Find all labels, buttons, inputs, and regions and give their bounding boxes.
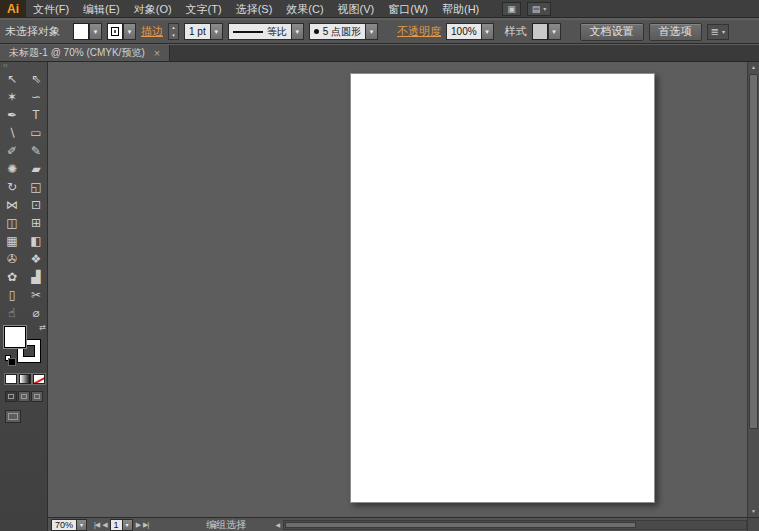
menu-type[interactable]: 文字(T) — [179, 0, 229, 18]
last-artboard-button[interactable]: ▶| — [143, 519, 148, 531]
width-profile-dropdown[interactable]: 等比 ▾ — [228, 23, 304, 40]
free-transform-tool[interactable]: ⊡ — [24, 196, 48, 214]
brush-definition-dropdown[interactable]: 5 点圆形 ▾ — [309, 23, 378, 40]
menu-file[interactable]: 文件(F) — [26, 0, 76, 18]
eyedropper-tool[interactable]: ✇ — [0, 250, 24, 268]
artboard-tool[interactable]: ▯ — [0, 286, 24, 304]
document-setup-button[interactable]: 文档设置 — [580, 23, 644, 41]
previous-artboard-button[interactable]: ◀ — [102, 519, 106, 531]
menubar-right-icons: ▣ ▤ ▾ — [502, 2, 551, 16]
pen-tool[interactable]: ✒ — [0, 106, 24, 124]
draw-behind-button[interactable] — [18, 391, 30, 402]
scale-tool[interactable]: ◱ — [24, 178, 48, 196]
rotate-tool[interactable]: ↻ — [0, 178, 24, 196]
blend-tool[interactable]: ❖ — [24, 250, 48, 268]
shape-builder-tool[interactable]: ◫ — [0, 214, 24, 232]
magic-wand-tool[interactable]: ✶ — [0, 88, 24, 106]
swap-fill-stroke-icon[interactable]: ⇄ — [39, 323, 46, 332]
eraser-tool[interactable]: ▰ — [24, 160, 48, 178]
gradient-button[interactable] — [19, 374, 31, 384]
stroke-panel-link[interactable]: 描边 — [141, 24, 163, 39]
arrange-documents-icon[interactable]: ▣ — [502, 2, 521, 16]
none-button[interactable] — [33, 374, 45, 384]
fill-stroke-control: ⇄ — [4, 326, 44, 366]
chevron-down-icon[interactable]: ▾ — [210, 23, 223, 40]
chevron-down-icon[interactable]: ▾ — [548, 23, 561, 40]
stroke-width-stepper[interactable]: ▴ ▾ — [168, 23, 179, 40]
document-tab[interactable]: 未标题-1 @ 70% (CMYK/预览) × — [0, 45, 170, 61]
zoom-level-dropdown[interactable]: 70% ▾ — [51, 519, 87, 531]
lasso-tool[interactable]: ∽ — [24, 88, 48, 106]
stepper-down-icon[interactable]: ▾ — [169, 32, 178, 40]
column-graph-tool[interactable]: ▟ — [24, 268, 48, 286]
perspective-grid-tool[interactable]: ⊞ — [24, 214, 48, 232]
chevron-down-icon: ▾ — [543, 5, 546, 12]
hand-tool[interactable]: ☝ — [0, 304, 24, 322]
opacity-dropdown[interactable]: 100% ▾ — [446, 23, 494, 40]
chevron-down-icon[interactable]: ▾ — [122, 519, 133, 531]
draw-normal-button[interactable] — [5, 391, 17, 402]
draw-inside-button[interactable] — [31, 391, 43, 402]
artboard-number-dropdown[interactable]: 1 ▾ — [110, 519, 133, 531]
horizontal-scrollbar-track[interactable] — [283, 520, 747, 530]
menu-view[interactable]: 视图(V) — [331, 0, 382, 18]
menu-edit[interactable]: 编辑(E) — [76, 0, 127, 18]
tools-panel-grip[interactable]: ‹‹ — [0, 62, 47, 70]
rectangle-tool[interactable]: ▭ — [24, 124, 48, 142]
pencil-tool[interactable]: ✎ — [24, 142, 48, 160]
fill-color-well[interactable] — [4, 326, 26, 348]
menu-select[interactable]: 选择(S) — [229, 0, 280, 18]
style-dropdown[interactable]: ▾ — [532, 23, 561, 40]
color-button[interactable] — [5, 374, 17, 384]
menu-effect[interactable]: 效果(C) — [279, 0, 330, 18]
artboard[interactable] — [350, 73, 655, 503]
fill-color-dropdown[interactable]: ▾ — [73, 23, 102, 40]
vertical-scrollbar-thumb[interactable] — [749, 74, 758, 429]
scroll-left-icon[interactable]: ◀ — [272, 521, 283, 528]
opacity-panel-link[interactable]: 不透明度 — [397, 24, 441, 39]
scroll-down-icon[interactable]: ▼ — [748, 506, 759, 517]
vertical-scrollbar[interactable]: ▲ ▼ — [747, 62, 759, 517]
stroke-width-dropdown[interactable]: 1 pt ▾ — [184, 23, 223, 40]
scroll-up-icon[interactable]: ▲ — [748, 62, 759, 73]
chevron-down-icon[interactable]: ▾ — [365, 23, 378, 40]
canvas-area[interactable] — [48, 62, 747, 517]
workspace-switcher-button[interactable]: ▤ ▾ — [527, 2, 552, 16]
gradient-tool[interactable]: ◧ — [24, 232, 48, 250]
default-fill-stroke-icon[interactable] — [5, 355, 11, 361]
next-artboard-button[interactable]: ▶ — [136, 519, 140, 531]
control-panel-menu-button[interactable]: ≣ ▾ — [707, 24, 729, 40]
preferences-button[interactable]: 首选项 — [649, 23, 702, 41]
horizontal-scrollbar-thumb[interactable] — [285, 522, 636, 528]
status-indicator[interactable]: 编组选择 — [206, 518, 246, 531]
stroke-width-value[interactable]: 1 pt — [184, 23, 210, 40]
zoom-value[interactable]: 70% — [51, 519, 76, 531]
selection-tool[interactable]: ↖ — [0, 70, 24, 88]
menu-object[interactable]: 对象(O) — [127, 0, 179, 18]
zoom-tool[interactable]: ⌀ — [24, 304, 48, 322]
chevron-down-icon[interactable]: ▾ — [291, 23, 304, 40]
screen-mode-button[interactable] — [5, 410, 21, 423]
chevron-down-icon[interactable]: ▾ — [481, 23, 494, 40]
direct-selection-tool[interactable]: ⇖ — [24, 70, 48, 88]
symbol-sprayer-tool[interactable]: ✿ — [0, 268, 24, 286]
stepper-up-icon[interactable]: ▴ — [169, 24, 178, 32]
opacity-value[interactable]: 100% — [446, 23, 481, 40]
stroke-color-dropdown[interactable]: ▾ — [107, 23, 136, 40]
line-segment-tool[interactable]: ∖ — [0, 124, 24, 142]
paintbrush-tool[interactable]: ✐ — [0, 142, 24, 160]
width-tool[interactable]: ⋈ — [0, 196, 24, 214]
chevron-down-icon[interactable]: ▾ — [76, 519, 87, 531]
artboard-number[interactable]: 1 — [110, 519, 122, 531]
horizontal-scrollbar[interactable]: ◀ ▶ — [272, 519, 758, 531]
blob-brush-tool[interactable]: ✺ — [0, 160, 24, 178]
type-tool[interactable]: T — [24, 106, 48, 124]
chevron-down-icon[interactable]: ▾ — [123, 23, 136, 40]
slice-tool[interactable]: ✂ — [24, 286, 48, 304]
chevron-down-icon[interactable]: ▾ — [89, 23, 102, 40]
menu-window[interactable]: 窗口(W) — [381, 0, 435, 18]
mesh-tool[interactable]: ▦ — [0, 232, 24, 250]
menu-help[interactable]: 帮助(H) — [435, 0, 486, 18]
tab-close-icon[interactable]: × — [154, 48, 160, 59]
first-artboard-button[interactable]: |◀ — [94, 519, 99, 531]
